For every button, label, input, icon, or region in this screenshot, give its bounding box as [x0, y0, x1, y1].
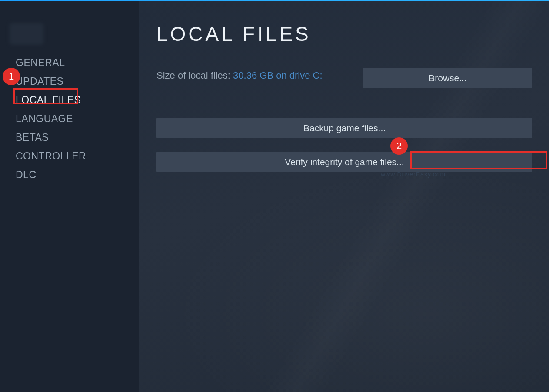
- sidebar-item-dlc[interactable]: DLC: [0, 166, 139, 184]
- divider: [156, 102, 532, 102]
- page-title: LOCAL FILES: [156, 22, 311, 46]
- sidebar-nav: GENERAL UPDATES LOCAL FILES LANGUAGE BET…: [0, 53, 139, 184]
- sidebar-item-general[interactable]: GENERAL: [0, 53, 139, 72]
- sidebar-item-controller[interactable]: CONTROLLER: [0, 147, 139, 166]
- browse-button[interactable]: Browse...: [363, 68, 532, 88]
- main-content: LOCAL FILES Size of local files: 30.36 G…: [139, 1, 549, 392]
- verify-integrity-button[interactable]: Verify integrity of game files...: [156, 152, 532, 172]
- size-label: Size of local files:: [156, 70, 233, 81]
- sidebar: GENERAL UPDATES LOCAL FILES LANGUAGE BET…: [0, 1, 139, 392]
- sidebar-item-local-files[interactable]: LOCAL FILES: [0, 91, 139, 110]
- sidebar-item-betas[interactable]: BETAS: [0, 128, 139, 147]
- game-thumbnail: [10, 23, 43, 45]
- sidebar-item-updates[interactable]: UPDATES: [0, 72, 139, 91]
- size-value: 30.36 GB on drive C:: [233, 70, 322, 81]
- local-files-size: Size of local files: 30.36 GB on drive C…: [156, 70, 323, 81]
- sidebar-item-language[interactable]: LANGUAGE: [0, 110, 139, 128]
- backup-game-files-button[interactable]: Backup game files...: [156, 118, 532, 138]
